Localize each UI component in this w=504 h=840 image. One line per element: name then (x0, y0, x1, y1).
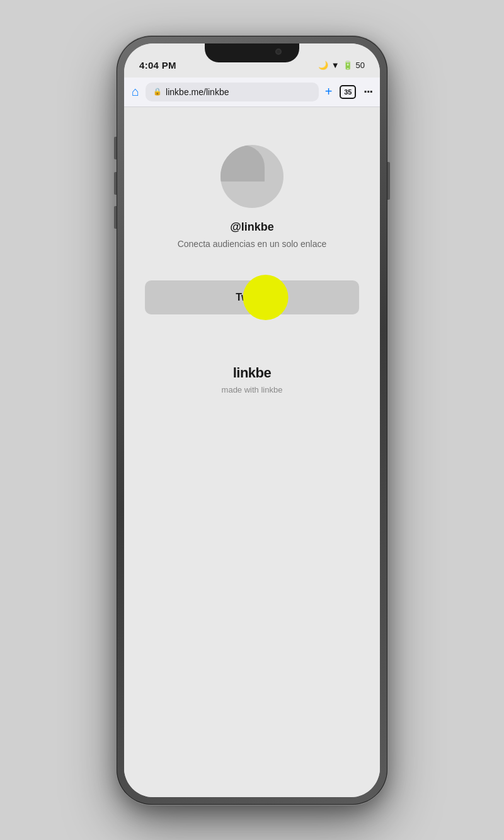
browser-actions: + 35 ··· (325, 84, 372, 99)
phone-frame: 4:04 PM 🌙 ▼ 🔋 50 ⌂ 🔒 linkbe.me/linkbe + (117, 36, 387, 805)
tabs-button[interactable]: 35 (340, 85, 356, 99)
status-time: 4:04 PM (139, 60, 176, 71)
profile-bio: Conecta audiencias en un solo enlace (178, 239, 327, 249)
avatar (220, 145, 284, 208)
signal-icon: ▼ (331, 60, 340, 70)
lock-icon: 🔒 (153, 88, 162, 96)
profile-section: @linkbe Conecta audiencias en un solo en… (178, 145, 327, 249)
battery-level: 50 (356, 60, 365, 70)
status-bar: 4:04 PM 🌙 ▼ 🔋 50 (124, 43, 380, 78)
notch (205, 43, 299, 62)
footer-brand: linkbe (233, 365, 272, 381)
home-button[interactable]: ⌂ (132, 84, 139, 99)
browser-toolbar: ⌂ 🔒 linkbe.me/linkbe + 35 ··· (124, 78, 380, 106)
more-button[interactable]: ··· (364, 84, 372, 99)
battery-icon: 🔋 (343, 60, 353, 70)
phone-screen: 4:04 PM 🌙 ▼ 🔋 50 ⌂ 🔒 linkbe.me/linkbe + (124, 43, 380, 797)
footer-section: linkbe made with linkbe (222, 365, 283, 394)
add-tab-button[interactable]: + (325, 84, 333, 99)
status-icons: 🌙 ▼ 🔋 50 (318, 60, 365, 70)
web-content: @linkbe Conecta audiencias en un solo en… (124, 107, 380, 797)
moon-icon: 🌙 (318, 60, 328, 70)
footer-tagline: made with linkbe (222, 385, 283, 394)
avatar-inner (220, 145, 284, 208)
click-indicator (243, 275, 289, 320)
browser-chrome: ⌂ 🔒 linkbe.me/linkbe + 35 ··· (124, 78, 380, 107)
avatar-body (220, 145, 265, 181)
profile-username: @linkbe (230, 221, 274, 234)
links-section: Twitter (145, 280, 359, 314)
camera-dot (275, 49, 282, 55)
twitter-link-button[interactable]: Twitter (145, 280, 359, 314)
url-bar[interactable]: 🔒 linkbe.me/linkbe (146, 83, 319, 101)
url-text: linkbe.me/linkbe (166, 87, 229, 97)
